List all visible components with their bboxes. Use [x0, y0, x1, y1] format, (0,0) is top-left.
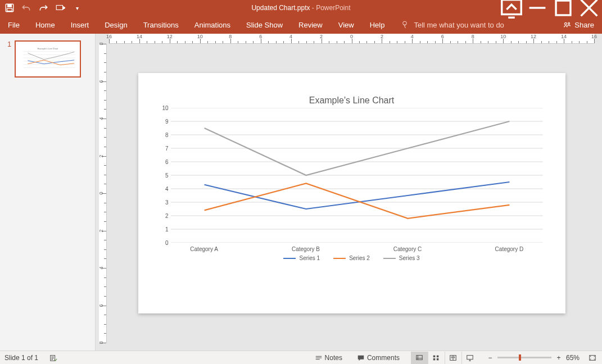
y-tick-label: 5: [156, 172, 169, 179]
svg-rect-4: [502, 0, 522, 15]
close-button[interactable]: [576, 0, 602, 16]
tab-home[interactable]: Home: [28, 16, 63, 34]
maximize-button[interactable]: [550, 0, 576, 16]
slide-editor[interactable]: 1614121086420246810121416 864202468 Exam…: [96, 34, 602, 351]
legend-swatch: [283, 258, 296, 259]
chart-legend: Series 1Series 2Series 3: [155, 255, 549, 261]
chart[interactable]: Example's Line Chart 012345678910Categor…: [155, 95, 549, 291]
comments-button[interactable]: Comments: [354, 351, 403, 365]
svg-rect-2: [7, 8, 12, 11]
tab-help[interactable]: Help: [362, 16, 393, 34]
slide-sorter-view-button[interactable]: [428, 352, 445, 364]
normal-view-button[interactable]: [411, 352, 428, 364]
y-tick-label: 10: [156, 105, 169, 111]
y-tick-label: 1: [156, 226, 169, 233]
svg-rect-38: [437, 355, 439, 357]
legend-label: Series 1: [299, 255, 320, 261]
legend-item: Series 1: [283, 255, 320, 261]
tab-view[interactable]: View: [331, 16, 362, 34]
slide-thumbnail-panel[interactable]: 1 Example's Line Chart: [0, 34, 96, 351]
title-bar: ▾ Updated Chart.pptx - PowerPoint: [0, 0, 602, 16]
view-buttons: [411, 352, 478, 364]
y-tick-label: 6: [156, 159, 169, 165]
svg-point-10: [565, 22, 567, 25]
file-tab[interactable]: File: [0, 16, 28, 34]
y-tick-label: 3: [156, 199, 169, 206]
tab-slide-show[interactable]: Slide Show: [238, 16, 291, 34]
slide-thumbnail[interactable]: Example's Line Chart: [15, 40, 81, 78]
tab-review[interactable]: Review: [291, 16, 331, 34]
svg-rect-39: [433, 358, 436, 360]
spellcheck-icon[interactable]: [46, 351, 61, 365]
slideshow-view-button[interactable]: [461, 352, 478, 364]
legend-item: Series 3: [383, 255, 420, 261]
undo-icon[interactable]: [21, 3, 31, 13]
svg-text:Example's Line Chart: Example's Line Chart: [38, 48, 58, 50]
svg-rect-34: [417, 355, 423, 360]
legend-item: Series 2: [333, 255, 370, 261]
legend-label: Series 2: [349, 255, 370, 261]
tab-animations[interactable]: Animations: [187, 16, 238, 34]
fit-to-window-button[interactable]: [587, 351, 598, 365]
redo-icon[interactable]: [38, 3, 48, 13]
horizontal-ruler: 1614121086420246810121416: [109, 34, 594, 44]
x-tick-label: Category B: [292, 246, 320, 252]
tab-insert[interactable]: Insert: [63, 16, 97, 34]
y-tick-label: 7: [156, 145, 169, 152]
tab-transitions[interactable]: Transitions: [135, 16, 187, 34]
svg-rect-37: [433, 355, 436, 357]
y-tick-label: 0: [156, 240, 169, 246]
zoom-control: − + 65%: [486, 354, 580, 362]
legend-label: Series 3: [399, 255, 420, 261]
zoom-out-button[interactable]: −: [486, 354, 494, 362]
reading-view-button[interactable]: [445, 352, 461, 364]
slide-counter: Slide 1 of 1: [4, 354, 38, 362]
save-icon[interactable]: [4, 3, 15, 13]
legend-swatch: [333, 258, 346, 259]
zoom-slider[interactable]: [497, 357, 551, 358]
y-tick-label: 4: [156, 186, 169, 192]
svg-rect-6: [556, 1, 571, 15]
chart-title: Example's Line Chart: [155, 95, 549, 106]
zoom-level[interactable]: 65%: [566, 354, 580, 362]
legend-swatch: [383, 258, 396, 259]
y-tick-label: 8: [156, 132, 169, 138]
y-tick-label: 9: [156, 119, 169, 125]
slide-number: 1: [4, 40, 11, 78]
svg-point-9: [403, 21, 407, 25]
vertical-ruler: 864202468: [96, 44, 109, 343]
minimize-button[interactable]: [524, 0, 550, 16]
slide-canvas[interactable]: Example's Line Chart 012345678910Categor…: [138, 73, 565, 313]
y-tick-label: 2: [156, 213, 169, 219]
svg-rect-40: [437, 358, 439, 360]
svg-rect-3: [56, 6, 62, 10]
tell-me-search[interactable]: Tell me what you want to do: [392, 16, 512, 34]
x-tick-label: Category A: [190, 246, 218, 252]
svg-point-11: [568, 22, 570, 24]
qat-customize-icon[interactable]: ▾: [72, 3, 82, 13]
x-tick-label: Category C: [393, 246, 422, 252]
chart-plot-area: 012345678910Category ACategory BCategory…: [171, 108, 543, 243]
tab-design[interactable]: Design: [97, 16, 135, 34]
status-bar: Slide 1 of 1 Notes Comments − + 65%: [0, 351, 602, 364]
x-tick-label: Category D: [495, 246, 524, 252]
window-title: Updated Chart.pptx - PowerPoint: [251, 4, 350, 12]
notes-button[interactable]: Notes: [311, 351, 346, 365]
svg-rect-42: [467, 355, 473, 359]
zoom-in-button[interactable]: +: [555, 354, 563, 362]
ribbon-display-options-icon[interactable]: [499, 0, 524, 16]
start-from-beginning-icon[interactable]: [55, 3, 65, 13]
svg-rect-1: [8, 4, 12, 7]
